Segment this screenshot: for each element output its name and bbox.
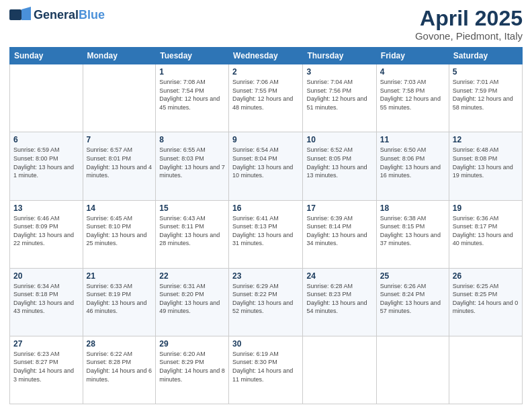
calendar-cell	[376, 336, 449, 404]
calendar-cell	[449, 336, 522, 404]
day-number: 27	[13, 339, 79, 349]
day-info: Sunrise: 7:08 AMSunset: 7:54 PMDaylight:…	[159, 78, 225, 111]
calendar-cell: 17Sunrise: 6:39 AMSunset: 8:14 PMDayligh…	[303, 200, 376, 268]
calendar-cell: 6Sunrise: 6:59 AMSunset: 8:00 PMDaylight…	[10, 132, 83, 200]
calendar-week-1: 1Sunrise: 7:08 AMSunset: 7:54 PMDaylight…	[10, 64, 523, 132]
page: GeneralBlue April 2025 Govone, Piedmont,…	[0, 0, 532, 411]
day-info: Sunrise: 6:46 AMSunset: 8:09 PMDaylight:…	[13, 214, 79, 248]
day-header-wednesday: Wednesday	[229, 48, 303, 64]
day-info: Sunrise: 6:55 AMSunset: 8:03 PMDaylight:…	[159, 146, 225, 179]
day-header-monday: Monday	[83, 48, 156, 64]
day-number: 19	[453, 203, 519, 213]
day-number: 8	[159, 135, 225, 144]
calendar-week-3: 13Sunrise: 6:46 AMSunset: 8:09 PMDayligh…	[10, 200, 523, 268]
calendar-header-row: SundayMondayTuesdayWednesdayThursdayFrid…	[10, 48, 523, 64]
calendar-cell: 18Sunrise: 6:38 AMSunset: 8:15 PMDayligh…	[376, 200, 449, 268]
calendar-cell: 25Sunrise: 6:26 AMSunset: 8:24 PMDayligh…	[376, 268, 449, 336]
calendar-cell: 27Sunrise: 6:23 AMSunset: 8:27 PMDayligh…	[10, 336, 83, 404]
day-info: Sunrise: 6:48 AMSunset: 8:08 PMDaylight:…	[453, 146, 519, 179]
day-number: 28	[87, 339, 152, 349]
calendar-cell: 10Sunrise: 6:52 AMSunset: 8:05 PMDayligh…	[303, 132, 376, 200]
day-number: 25	[380, 271, 445, 281]
day-header-thursday: Thursday	[303, 48, 376, 64]
calendar-cell: 12Sunrise: 6:48 AMSunset: 8:08 PMDayligh…	[449, 132, 522, 200]
day-info: Sunrise: 6:22 AMSunset: 8:28 PMDaylight:…	[87, 350, 152, 383]
day-number: 16	[232, 203, 299, 213]
day-number: 23	[232, 271, 299, 281]
month-title: April 2025	[415, 7, 523, 30]
day-header-sunday: Sunday	[10, 48, 83, 64]
calendar: SundayMondayTuesdayWednesdayThursdayFrid…	[9, 47, 523, 404]
logo-icon	[9, 7, 31, 23]
day-number: 18	[380, 203, 445, 213]
day-info: Sunrise: 6:52 AMSunset: 8:05 PMDaylight:…	[306, 146, 372, 179]
calendar-cell	[83, 64, 156, 132]
day-number: 2	[232, 67, 299, 77]
day-info: Sunrise: 7:03 AMSunset: 7:58 PMDaylight:…	[380, 78, 445, 111]
day-number: 17	[306, 203, 372, 213]
calendar-cell: 8Sunrise: 6:55 AMSunset: 8:03 PMDaylight…	[156, 132, 229, 200]
day-info: Sunrise: 6:43 AMSunset: 8:11 PMDaylight:…	[159, 214, 225, 248]
day-header-friday: Friday	[376, 48, 449, 64]
calendar-cell: 24Sunrise: 6:28 AMSunset: 8:23 PMDayligh…	[303, 268, 376, 336]
day-number: 15	[159, 203, 225, 213]
calendar-cell: 26Sunrise: 6:25 AMSunset: 8:25 PMDayligh…	[449, 268, 522, 336]
day-number: 4	[380, 67, 445, 77]
day-header-saturday: Saturday	[449, 48, 522, 64]
calendar-cell: 30Sunrise: 6:19 AMSunset: 8:30 PMDayligh…	[229, 336, 303, 404]
day-number: 26	[453, 271, 519, 281]
day-number: 30	[232, 339, 299, 349]
calendar-cell: 7Sunrise: 6:57 AMSunset: 8:01 PMDaylight…	[83, 132, 156, 200]
day-number: 20	[13, 271, 79, 281]
day-number: 1	[159, 67, 225, 77]
day-header-tuesday: Tuesday	[156, 48, 229, 64]
calendar-cell	[10, 64, 83, 132]
calendar-cell: 5Sunrise: 7:01 AMSunset: 7:59 PMDaylight…	[449, 64, 522, 132]
calendar-cell: 20Sunrise: 6:34 AMSunset: 8:18 PMDayligh…	[10, 268, 83, 336]
calendar-week-2: 6Sunrise: 6:59 AMSunset: 8:00 PMDaylight…	[10, 132, 523, 200]
title-block: April 2025 Govone, Piedmont, Italy	[415, 7, 523, 42]
day-number: 11	[380, 135, 445, 144]
day-info: Sunrise: 6:45 AMSunset: 8:10 PMDaylight:…	[87, 214, 152, 248]
day-info: Sunrise: 7:04 AMSunset: 7:56 PMDaylight:…	[306, 78, 372, 111]
calendar-cell: 3Sunrise: 7:04 AMSunset: 7:56 PMDaylight…	[303, 64, 376, 132]
day-info: Sunrise: 6:57 AMSunset: 8:01 PMDaylight:…	[87, 146, 152, 179]
day-info: Sunrise: 6:23 AMSunset: 8:27 PMDaylight:…	[13, 350, 79, 383]
calendar-cell: 11Sunrise: 6:50 AMSunset: 8:06 PMDayligh…	[376, 132, 449, 200]
day-number: 24	[306, 271, 372, 281]
calendar-cell: 15Sunrise: 6:43 AMSunset: 8:11 PMDayligh…	[156, 200, 229, 268]
day-number: 10	[306, 135, 372, 144]
day-number: 6	[13, 135, 79, 144]
day-number: 7	[87, 135, 152, 144]
calendar-cell: 16Sunrise: 6:41 AMSunset: 8:13 PMDayligh…	[229, 200, 303, 268]
day-number: 21	[87, 271, 152, 281]
day-number: 22	[159, 271, 225, 281]
calendar-cell: 29Sunrise: 6:20 AMSunset: 8:29 PMDayligh…	[156, 336, 229, 404]
logo-general: GeneralBlue	[34, 9, 105, 21]
day-info: Sunrise: 6:50 AMSunset: 8:06 PMDaylight:…	[380, 146, 445, 179]
day-info: Sunrise: 6:20 AMSunset: 8:29 PMDaylight:…	[159, 350, 225, 383]
calendar-cell: 22Sunrise: 6:31 AMSunset: 8:20 PMDayligh…	[156, 268, 229, 336]
day-info: Sunrise: 6:33 AMSunset: 8:19 PMDaylight:…	[87, 282, 152, 316]
calendar-cell: 2Sunrise: 7:06 AMSunset: 7:55 PMDaylight…	[229, 64, 303, 132]
day-info: Sunrise: 6:19 AMSunset: 8:30 PMDaylight:…	[232, 350, 299, 383]
calendar-cell: 4Sunrise: 7:03 AMSunset: 7:58 PMDaylight…	[376, 64, 449, 132]
day-info: Sunrise: 6:59 AMSunset: 8:00 PMDaylight:…	[13, 146, 79, 179]
day-number: 14	[87, 203, 152, 213]
calendar-cell: 1Sunrise: 7:08 AMSunset: 7:54 PMDaylight…	[156, 64, 229, 132]
calendar-week-4: 20Sunrise: 6:34 AMSunset: 8:18 PMDayligh…	[10, 268, 523, 336]
day-number: 13	[13, 203, 79, 213]
day-info: Sunrise: 7:01 AMSunset: 7:59 PMDaylight:…	[453, 78, 519, 111]
svg-marker-1	[21, 7, 31, 20]
day-info: Sunrise: 6:26 AMSunset: 8:24 PMDaylight:…	[380, 282, 445, 316]
day-info: Sunrise: 6:36 AMSunset: 8:17 PMDaylight:…	[453, 214, 519, 248]
day-number: 12	[453, 135, 519, 144]
location-title: Govone, Piedmont, Italy	[415, 30, 523, 42]
calendar-cell: 13Sunrise: 6:46 AMSunset: 8:09 PMDayligh…	[10, 200, 83, 268]
calendar-week-5: 27Sunrise: 6:23 AMSunset: 8:27 PMDayligh…	[10, 336, 523, 404]
calendar-cell: 28Sunrise: 6:22 AMSunset: 8:28 PMDayligh…	[83, 336, 156, 404]
logo: GeneralBlue	[9, 7, 105, 23]
day-info: Sunrise: 6:38 AMSunset: 8:15 PMDaylight:…	[380, 214, 445, 248]
day-info: Sunrise: 6:31 AMSunset: 8:20 PMDaylight:…	[159, 282, 225, 316]
day-number: 5	[453, 67, 519, 77]
